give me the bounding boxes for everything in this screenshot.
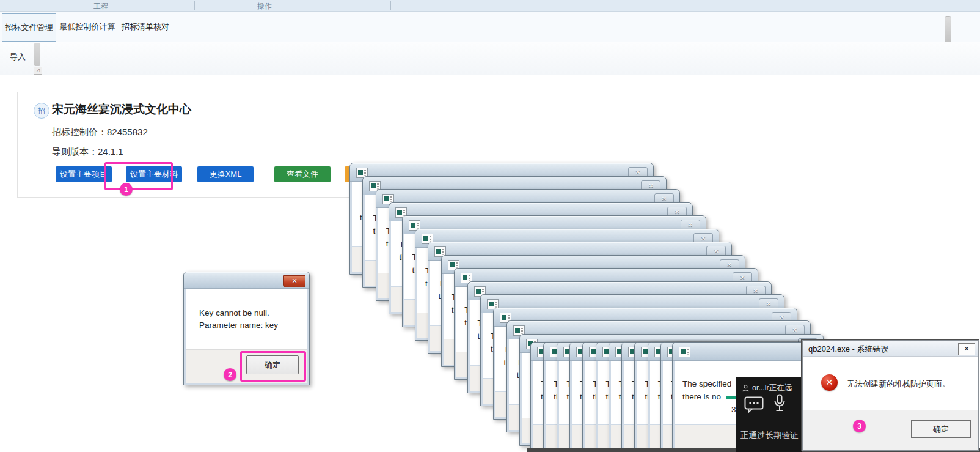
chat-icon[interactable]	[744, 396, 764, 413]
group-divider	[390, 1, 391, 10]
control-price-text: 招标控制价：82455832	[52, 127, 148, 138]
ribbon-toolbar: 导入 ◿	[0, 42, 980, 75]
dialog-footer: 确定	[186, 349, 307, 383]
import-button[interactable]: 导入	[6, 50, 29, 64]
ribbon-group-operation: 操作	[237, 1, 292, 12]
project-title: 宋元海丝宴沉浸式文化中心	[52, 102, 191, 117]
set-main-materials-button[interactable]: 设置主要材料	[126, 166, 182, 182]
set-main-items-button[interactable]: 设置主要项目	[56, 166, 112, 182]
step-badge-1: 1	[120, 183, 133, 196]
error-icon: ✕	[821, 374, 838, 391]
message-line: Key cannot be null.	[199, 307, 307, 319]
verification-status-text: 正通过长期验证	[740, 430, 799, 441]
dialog-titlebar: ✕	[184, 272, 309, 289]
message-line: Parameter name: key	[199, 319, 307, 332]
dialog-message: Key cannot be null. Parameter name: key	[186, 289, 307, 349]
dialog-footer: 确定	[803, 410, 978, 450]
bid-badge-icon: 招	[34, 103, 49, 119]
guideline-version-text: 导则版本：24.1.1	[52, 146, 123, 158]
tab-label: 招标清单核对	[122, 21, 169, 32]
caller-row: or...lr正在远	[742, 383, 792, 393]
dialog-titlebar: qb2024.exe - 系统错误 ✕	[803, 341, 978, 357]
tab-label: 最低控制价计算	[60, 21, 115, 32]
tab-bid-list-check[interactable]: 招标清单核对	[118, 13, 173, 40]
microphone-icon[interactable]	[773, 394, 786, 414]
tab-label: 招标文件管理	[5, 22, 53, 33]
ribbon-tab-row: 招标文件管理 最低控制价计算 招标清单核对	[0, 12, 980, 42]
ribbon-group-engineering: 工程	[73, 1, 128, 12]
step-badge-3: 3	[853, 420, 866, 432]
tab-minimum-control-price[interactable]: 最低控制价计算	[57, 13, 118, 40]
system-error-dialog: qb2024.exe - 系统错误 ✕ ✕ 无法创建新的堆栈防护页面。 确定	[802, 340, 979, 451]
view-file-button[interactable]: 查看文件	[274, 166, 331, 182]
key-null-dialog: ✕ Key cannot be null. Parameter name: ke…	[183, 272, 310, 385]
dialog-launcher-icon[interactable]: ◿	[34, 67, 42, 75]
tab-bid-document-management[interactable]: 招标文件管理	[2, 13, 56, 42]
project-card: 招 宋元海丝宴沉浸式文化中心 招标控制价：82455832 导则版本：24.1.…	[17, 92, 351, 198]
application-icon	[679, 347, 690, 357]
group-divider	[194, 1, 195, 10]
group-divider	[337, 1, 337, 10]
error-message: 无法创建新的堆栈防护页面。	[847, 379, 950, 390]
close-icon[interactable]: ✕	[283, 275, 305, 287]
ribbon-scrollbar[interactable]	[945, 16, 951, 43]
toolbar-scrollbar[interactable]	[34, 43, 40, 66]
ribbon-group-strip: 工程 操作	[0, 0, 980, 12]
caller-text: or...lr正在远	[752, 383, 792, 393]
person-icon	[742, 384, 750, 392]
step-badge-2: 2	[224, 368, 236, 381]
system-error-ok-button[interactable]: 确定	[911, 420, 971, 438]
key-dialog-ok-button[interactable]: 确定	[246, 355, 299, 374]
close-icon[interactable]: ✕	[958, 343, 975, 355]
voice-assistant-overlay: or...lr正在远 正通过长期验证	[736, 377, 802, 452]
dialog-title: qb2024.exe - 系统错误	[808, 344, 889, 355]
replace-xml-button[interactable]: 更换XML	[197, 166, 254, 182]
